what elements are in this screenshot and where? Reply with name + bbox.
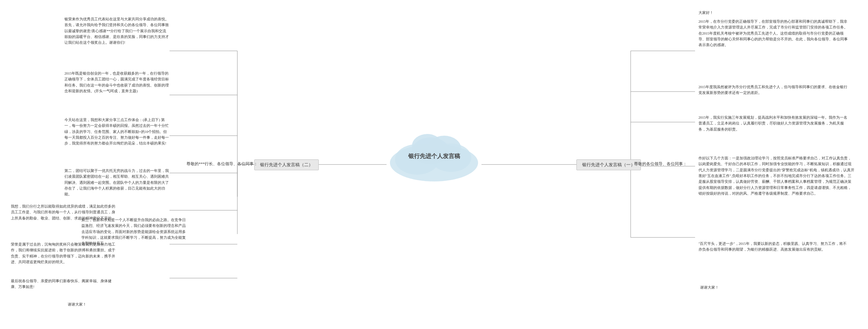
left-branch-greeting: 尊敬的***行长、各位领导、各位同事： [186, 161, 258, 167]
center-cloud: 银行先进个人发言稿 [387, 129, 481, 183]
left-text-block-2: 2015年既是银信创业的一年，也是收获颇多的一年，在行领导的正确领导下，全体员工… [64, 71, 170, 94]
left-branch-label: 银行先进个人发言稿（二） [254, 159, 319, 170]
right-branch-greeting: 尊敬的各位领导、各位同事： [634, 161, 687, 167]
right-footer: 谢谢大家！ [700, 285, 719, 290]
left-text-block-1: 银荣来作为优秀员工代表站在这里与大家共同分享成功的喜悦。首先，请允许我向给予我们… [64, 16, 170, 46]
cloud-title: 银行先进个人发言稿 [408, 153, 460, 159]
left-text-block-7: 最后祝各位领导、亲爱的同事们新春快乐、阖家幸福、身体健康、万事如意! [11, 278, 116, 290]
left-footer: 谢谢大家！ [68, 302, 86, 307]
left-text-block-3: 今天站在这里，我想和大家分享三点工作体会：(承上启下) 第一，每一份努力一定会获… [64, 117, 170, 147]
right-greeting: 大家好！ [698, 10, 713, 15]
canvas: 银行先进个人发言稿 银行先进个人发言稿（二） 尊敬的***行长、各位领导、各位同… [0, 0, 868, 329]
right-text-block-3: 2015年，我实行实施三年发展规划，提高战利水平和加快有效发展的深端一年。我作为… [698, 115, 848, 132]
left-text-block-4: 第二，团结可以聚于一优共托无穷的战斗力，过去的一年里，我们凌晨团队紧密团结在一起… [64, 168, 170, 197]
right-branch-label: 银行先进个人发言稿（一） [576, 159, 641, 170]
right-text-block-1: 2015年，在市分行党委的正确领导下，在部室领导的热心部署和同事们的真诚帮助下，… [698, 19, 848, 48]
right-text-block-2: 2015年度我虽然被评为市分行优秀员工和先进个人，但与领导和同事们的要求、在收金… [698, 84, 848, 96]
right-text-block-4: 作好以下几个方面：一是加强政治理论学习，按照党员标准严格要求自己，对工作认真负责… [698, 155, 854, 196]
left-text-block-3b: 第三，创新和求知是一个人不断提升自我的必由之路。在竞争日益激烈、经济飞速发展的今… [81, 217, 186, 247]
right-text-block-5: "百尺竿头，更进一步"，2015年，我要以新的姿态，积极里践、认真学习、努力工作… [698, 241, 848, 253]
